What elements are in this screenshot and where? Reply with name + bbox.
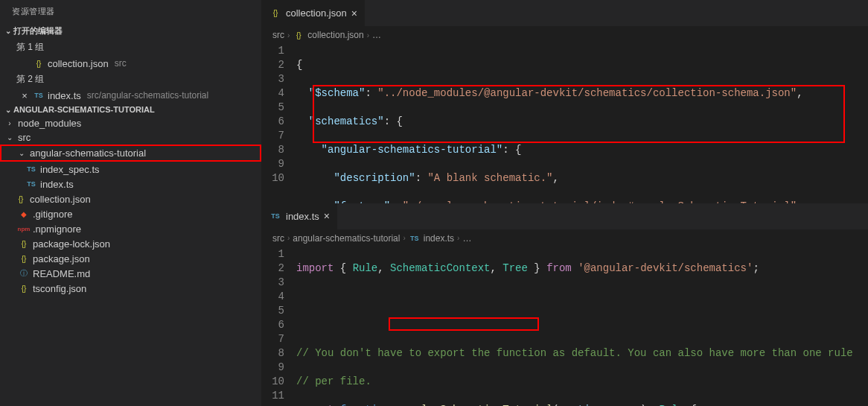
ts-icon: TS: [25, 163, 37, 175]
file-label: .npmignore: [33, 223, 81, 235]
line-gutter: 1 2 3 4 5 6 7 8 9 10 11: [262, 247, 296, 407]
file-collection[interactable]: {} collection.json: [0, 191, 261, 206]
line-gutter: 1 2 3 4 5 6 7 8 9 10: [262, 44, 296, 203]
open-editors-body: 第 1 组 {} collection.json src 第 2 组 TS in…: [0, 39, 261, 103]
line-no: 5: [262, 101, 284, 115]
line-no: 6: [262, 115, 284, 129]
file-label: .gitignore: [33, 209, 72, 220]
close-icon[interactable]: ×: [324, 210, 330, 222]
code-area-1[interactable]: 1 2 3 4 5 6 7 8 9 10 { "$schema": "../no…: [262, 44, 868, 203]
file-label: package-lock.json: [33, 238, 110, 250]
file-gitignore[interactable]: › ◆ .gitignore: [0, 206, 261, 221]
chevron-right-icon: ›: [367, 31, 369, 39]
folder-label: node_modules: [18, 118, 81, 129]
chevron-right-icon: ›: [4, 119, 15, 127]
bc-seg: src: [272, 233, 284, 244]
tab-bar-1: {} collection.json ×: [262, 0, 868, 26]
file-tsconfig[interactable]: › {} tsconfig.json: [0, 281, 261, 296]
json-icon: {}: [269, 7, 281, 19]
file-path: src/angular-schematics-tutorial: [87, 90, 208, 101]
file-npmignore[interactable]: › npm .npmignore: [0, 221, 261, 236]
line-no: 7: [262, 129, 284, 143]
group-2-label: 第 2 组: [0, 71, 261, 88]
chevron-right-icon: ›: [403, 234, 405, 242]
code-content[interactable]: import { Rule, SchematicContext, Tree } …: [296, 247, 868, 407]
file-index-ts[interactable]: TS index.ts: [0, 177, 261, 191]
file-readme[interactable]: › ⓘ README.md: [0, 266, 261, 281]
editor-group-1: {} collection.json × src› {}collection.j…: [262, 0, 868, 203]
line-no: 5: [262, 304, 284, 318]
line-no: 1: [262, 44, 284, 58]
open-editor-collection[interactable]: {} collection.json src: [0, 56, 261, 71]
file-label: README.md: [33, 268, 90, 279]
file-path: src: [115, 58, 127, 69]
bc-seg: …: [372, 30, 381, 40]
project-header[interactable]: ⌄ ANGULAR-SCHEMATICS-TUTORIAL: [0, 103, 261, 116]
line-no: 2: [262, 58, 284, 72]
code-content[interactable]: { "$schema": "../node_modules/@angular-d…: [296, 44, 868, 203]
json-icon: {}: [18, 253, 30, 264]
folder-node-modules[interactable]: › node_modules: [0, 116, 261, 130]
ts-icon: TS: [33, 89, 45, 101]
project-name: ANGULAR-SCHEMATICS-TUTORIAL: [13, 105, 155, 114]
editor-group-2: TS index.ts × src› angular-schematics-tu…: [262, 203, 868, 407]
line-no: 7: [262, 332, 284, 346]
file-pkg[interactable]: › {} package.json: [0, 251, 261, 266]
ts-icon: TS: [269, 210, 281, 222]
bc-seg: src: [272, 30, 284, 40]
explorer-sidebar: 资源管理器 ⌄ 打开的编辑器 第 1 组 {} collection.json …: [0, 0, 262, 406]
file-name: index.ts: [48, 90, 81, 101]
folder-src[interactable]: ⌄ src: [0, 130, 261, 145]
open-editors-header[interactable]: ⌄ 打开的编辑器: [0, 23, 261, 39]
bc-seg: collection.json: [307, 30, 363, 40]
ts-icon: TS: [25, 178, 37, 190]
open-editors-label: 打开的编辑器: [13, 25, 63, 37]
file-label: index_spec.ts: [40, 164, 100, 175]
file-label: collection.json: [30, 194, 91, 205]
folder-tutorial[interactable]: ⌄ angular-schematics-tutorial: [0, 145, 261, 162]
line-no: 10: [262, 171, 284, 185]
code-area-2[interactable]: 1 2 3 4 5 6 7 8 9 10 11 import { Rule, S…: [262, 247, 868, 407]
file-label: tsconfig.json: [33, 283, 86, 294]
line-no: 10: [262, 375, 284, 389]
line-no: 4: [262, 86, 284, 101]
info-icon: ⓘ: [18, 267, 30, 279]
line-no: 8: [262, 346, 284, 361]
file-pkglock[interactable]: › {} package-lock.json: [0, 236, 261, 251]
json-icon: {}: [33, 57, 45, 69]
chevron-right-icon: ›: [457, 234, 459, 242]
explorer-title: 资源管理器: [0, 0, 261, 23]
line-no: 3: [262, 72, 284, 86]
line-no: 1: [262, 247, 284, 261]
tab-bar-2: TS index.ts ×: [262, 203, 868, 229]
chevron-down-icon: ⌄: [3, 106, 13, 114]
group-1-label: 第 1 组: [0, 39, 261, 56]
npm-icon: npm: [18, 223, 30, 235]
json-icon: {}: [18, 238, 30, 250]
tab-label: collection.json: [286, 7, 347, 19]
line-no: 4: [262, 290, 284, 304]
line-no: 6: [262, 318, 284, 332]
breadcrumb-1[interactable]: src› {}collection.json› …: [262, 26, 868, 44]
file-label: index.ts: [40, 179, 74, 190]
json-icon: {}: [15, 193, 27, 205]
close-icon[interactable]: ×: [351, 7, 357, 19]
file-index-spec[interactable]: TS index_spec.ts: [0, 162, 261, 177]
line-no: 9: [262, 361, 284, 375]
bc-seg: angular-schematics-tutorial: [293, 233, 400, 244]
file-tree: › node_modules ⌄ src ⌄ angular-schematic…: [0, 116, 261, 296]
breadcrumb-2[interactable]: src› angular-schematics-tutorial› TSinde…: [262, 229, 868, 247]
open-editor-index[interactable]: TS index.ts src/angular-schematics-tutor…: [0, 88, 261, 103]
folder-label: angular-schematics-tutorial: [30, 148, 146, 159]
tab-label: index.ts: [286, 211, 319, 222]
tab-index-ts[interactable]: TS index.ts ×: [262, 203, 338, 229]
file-name: collection.json: [48, 58, 109, 69]
json-icon: {}: [18, 282, 30, 294]
bc-seg: index.ts: [424, 233, 454, 244]
chevron-right-icon: ›: [287, 234, 290, 242]
tab-collection-json[interactable]: {} collection.json ×: [262, 0, 366, 26]
line-no: 9: [262, 157, 284, 171]
line-no: 8: [262, 143, 284, 157]
chevron-right-icon: ›: [287, 31, 290, 39]
bc-seg: …: [462, 233, 471, 244]
